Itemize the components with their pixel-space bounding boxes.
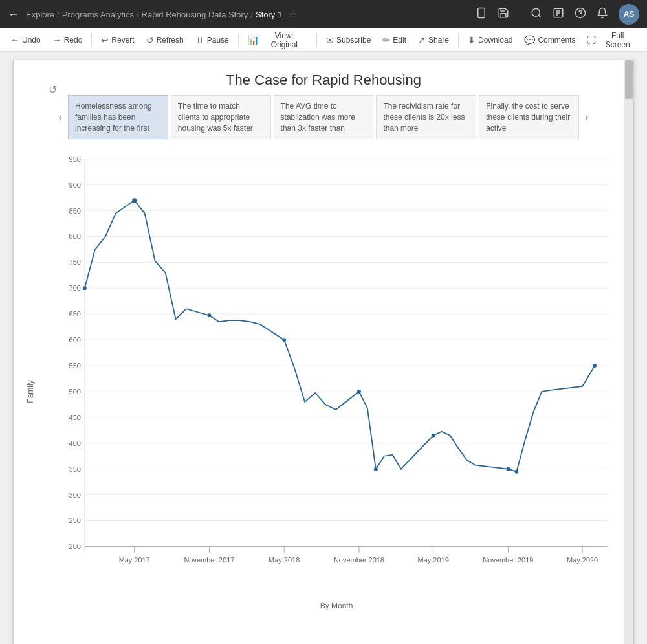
breadcrumb-sep-1: /: [57, 10, 60, 19]
scrollbar-thumb[interactable]: [625, 60, 633, 99]
svg-text:400: 400: [69, 439, 81, 447]
undo-button[interactable]: ← Undo: [5, 32, 46, 48]
breadcrumb-explore[interactable]: Explore: [26, 10, 54, 19]
svg-text:November 2019: November 2019: [483, 557, 533, 564]
help-icon[interactable]: [575, 7, 586, 22]
svg-text:300: 300: [69, 491, 81, 499]
pause-button[interactable]: ⏸ Pause: [190, 32, 234, 48]
breadcrumb: Explore / Programs Analytics / Rapid Reh…: [26, 10, 282, 19]
svg-text:600: 600: [69, 337, 81, 344]
prev-story-button[interactable]: ‹: [52, 109, 68, 125]
refresh-button[interactable]: ↺ Refresh: [141, 32, 189, 48]
toolbar-sep-1: [91, 34, 92, 47]
nav-icons: AS: [476, 4, 639, 25]
svg-text:750: 750: [69, 259, 81, 267]
edit-button[interactable]: ✏ Edit: [377, 32, 411, 48]
mobile-icon[interactable]: [476, 7, 487, 22]
breadcrumb-programs[interactable]: Programs Analytics: [62, 10, 134, 19]
svg-text:800: 800: [69, 233, 81, 241]
svg-text:850: 850: [69, 207, 81, 215]
data-point: [207, 314, 211, 318]
svg-text:650: 650: [69, 311, 81, 318]
story-cards: Homelessness among families has been inc…: [68, 95, 579, 139]
notification-icon[interactable]: [597, 7, 608, 22]
svg-text:700: 700: [69, 285, 81, 293]
svg-text:November 2018: November 2018: [334, 557, 384, 564]
svg-text:350: 350: [69, 465, 81, 473]
svg-text:May 2019: May 2019: [418, 557, 449, 564]
story-card-3[interactable]: The AVG time to stablization was more th…: [274, 95, 374, 139]
breadcrumb-story[interactable]: Rapid Rehousing Data Story: [142, 10, 248, 19]
data-point: [432, 434, 435, 438]
refresh-icon: ↺: [146, 35, 154, 45]
pencil-icon: ✏: [382, 35, 390, 45]
story-refresh-icon[interactable]: ↺: [49, 83, 57, 96]
revert-icon: ↩: [101, 35, 109, 45]
avatar[interactable]: AS: [619, 4, 639, 25]
edit-doc-icon[interactable]: [553, 7, 564, 22]
data-point: [132, 199, 137, 203]
svg-text:900: 900: [69, 181, 81, 189]
main-content: The Case for Rapid Rehousing ↺ ‹ Homeles…: [13, 60, 634, 644]
favorite-star-icon[interactable]: ☆: [289, 9, 297, 19]
svg-text:May 2018: May 2018: [269, 557, 300, 564]
svg-point-1: [481, 15, 482, 16]
svg-text:200: 200: [69, 543, 81, 551]
svg-text:May 2020: May 2020: [567, 557, 598, 564]
comment-icon: 💬: [524, 35, 535, 45]
pause-icon: ⏸: [195, 35, 204, 45]
svg-line-3: [538, 15, 540, 17]
toolbar-sep-4: [458, 34, 459, 47]
fullscreen-button[interactable]: ⛶ Full Screen: [582, 28, 642, 52]
data-point: [514, 470, 518, 474]
back-button[interactable]: ←: [8, 8, 19, 21]
undo-icon: ←: [10, 35, 19, 45]
redo-button[interactable]: → Redo: [47, 32, 88, 48]
chart-icon: 📊: [248, 35, 259, 45]
next-story-button[interactable]: ›: [579, 109, 595, 125]
revert-button[interactable]: ↩ Revert: [96, 32, 139, 48]
story-card-4[interactable]: The recividism rate for these clients is…: [376, 95, 476, 139]
data-point: [83, 287, 87, 291]
save-icon[interactable]: [498, 7, 509, 22]
chart-container: Family: [14, 146, 633, 638]
top-nav: ← Explore / Programs Analytics / Rapid R…: [0, 0, 647, 28]
svg-text:May 2017: May 2017: [119, 557, 150, 564]
story-card-1[interactable]: Homelessness among families has been inc…: [68, 95, 168, 139]
story-navigation: ‹ Homelessness among families has been i…: [33, 95, 614, 139]
svg-text:450: 450: [69, 414, 81, 421]
story-card-5[interactable]: Finally, the cost to serve these clients…: [479, 95, 579, 139]
search-icon[interactable]: [531, 7, 542, 22]
svg-point-2: [532, 8, 540, 16]
y-axis-label: Family: [26, 381, 35, 403]
svg-text:550: 550: [69, 362, 81, 370]
share-icon: ↗: [418, 35, 426, 45]
data-point: [374, 467, 378, 471]
svg-text:250: 250: [69, 517, 81, 525]
data-point: [282, 339, 286, 342]
breadcrumb-current: Story 1: [256, 10, 282, 19]
data-point: [357, 390, 361, 394]
toolbar: ← Undo → Redo ↩ Revert ↺ Refresh ⏸ Pause…: [0, 28, 647, 52]
svg-text:November 2017: November 2017: [184, 557, 234, 564]
subscribe-icon: ✉: [326, 35, 334, 45]
view-button[interactable]: 📊 View: Original: [243, 28, 313, 52]
toolbar-sep-2: [238, 34, 239, 47]
breadcrumb-sep-3: /: [250, 10, 253, 19]
nav-divider: [520, 8, 520, 21]
story-card-2[interactable]: The time to match clients to appropriate…: [171, 95, 271, 139]
comments-button[interactable]: 💬 Comments: [519, 32, 580, 48]
data-point: [506, 467, 510, 471]
line-chart-path: [85, 201, 595, 472]
svg-text:500: 500: [69, 388, 81, 395]
download-icon: ⬇: [468, 35, 476, 45]
download-button[interactable]: ⬇ Download: [463, 32, 518, 48]
data-point: [593, 364, 597, 368]
fullscreen-icon: ⛶: [587, 35, 596, 45]
share-button[interactable]: ↗ Share: [413, 32, 454, 48]
subscribe-button[interactable]: ✉ Subscribe: [321, 32, 376, 48]
line-chart: 950 900 850 800 750 700 650 600 550 500 …: [52, 152, 620, 605]
breadcrumb-sep-2: /: [137, 10, 139, 19]
toolbar-sep-3: [316, 34, 317, 47]
page-title: The Case for Rapid Rehousing: [14, 60, 633, 95]
